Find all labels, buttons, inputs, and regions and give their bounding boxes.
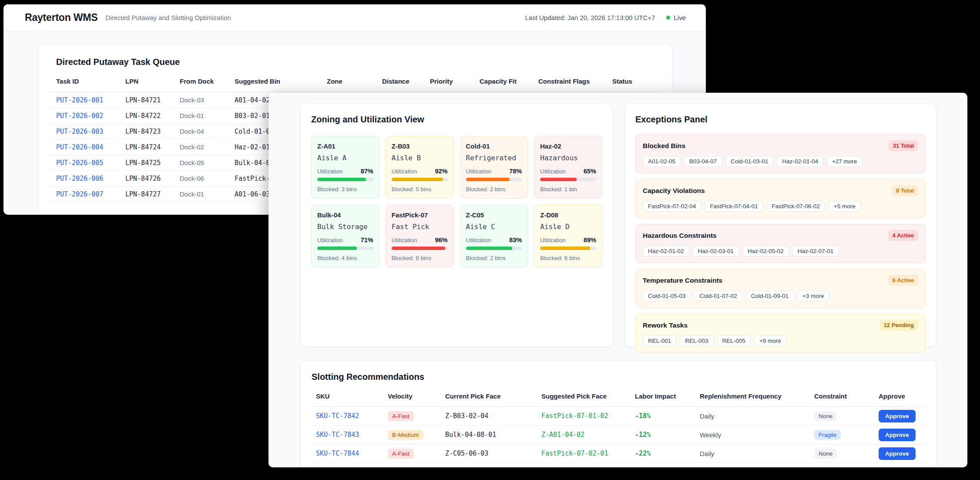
exception-section: Temperature Constraints6 ActiveCold-01-0…	[635, 269, 926, 308]
from-dock-cell: Dock-01	[180, 190, 235, 198]
more-chip[interactable]: +27 more	[827, 156, 862, 167]
task-id-link[interactable]: PUT-2026-005	[49, 159, 125, 167]
zone-name: Aisle B	[392, 154, 448, 162]
column-header: Velocity	[388, 392, 445, 400]
count-badge: 4 Active	[888, 230, 918, 241]
sku-link[interactable]: SKU-TC-7843	[311, 431, 388, 439]
utilization-row: Utilization87%	[317, 168, 373, 175]
utilization-row: Utilization89%	[540, 237, 596, 243]
utilization-value: 89%	[584, 237, 596, 243]
utilization-bar	[392, 178, 448, 181]
utilization-value: 83%	[509, 237, 522, 243]
task-id-link[interactable]: PUT-2026-001	[49, 96, 125, 104]
current-pick-face-cell: Z-C05-06-03	[445, 450, 541, 457]
approve-button[interactable]: Approve	[879, 429, 916, 441]
app-title: Rayterton WMS	[25, 12, 97, 24]
utilization-bar-fill	[466, 178, 510, 181]
lpn-cell: LPN-84727	[125, 190, 180, 198]
constraint-badge: Fragile	[814, 430, 841, 440]
exception-section-title: Hazardous Constraints	[643, 232, 717, 240]
live-label: Live	[674, 14, 686, 21]
bin-chip: FastPick-07-04-01	[705, 201, 763, 212]
slotting-recommendations-card: Slotting Recommendations SKUVelocityCurr…	[300, 360, 936, 467]
blocked-bins-label: Blocked: 6 bins	[540, 255, 596, 261]
exception-section-title: Capacity Violations	[643, 187, 705, 195]
lpn-cell: LPN-84723	[125, 128, 180, 135]
utilization-row: Utilization65%	[540, 168, 596, 175]
zone-tile-haz-02: Haz-02HazardousUtilization65%Blocked: 1 …	[534, 136, 602, 199]
task-id-link[interactable]: PUT-2026-007	[49, 190, 125, 198]
utilization-value: 71%	[361, 237, 373, 243]
approve-button[interactable]: Approve	[879, 447, 916, 460]
column-header: Capacity Fit	[480, 78, 538, 85]
live-dot-icon	[666, 16, 670, 20]
column-header: Labor Impact	[635, 392, 700, 400]
column-header: Constraint	[814, 392, 879, 400]
utilization-bar-fill	[317, 178, 366, 181]
bin-chip: Haz-02-07-01	[792, 246, 839, 257]
utilization-bar	[540, 247, 596, 250]
velocity-cell: B-Medium	[388, 430, 445, 440]
replenishment-frequency-cell: Daily	[700, 412, 814, 420]
task-id-link[interactable]: PUT-2026-002	[49, 112, 125, 120]
suggested-pick-face-cell: FastPick-07-01-02	[541, 412, 635, 420]
zoning-utilization-card: Zoning and Utilization View Z-A01Aisle A…	[300, 104, 613, 347]
bin-chip: Cold-01-03-01	[725, 156, 773, 167]
utilization-bar	[317, 178, 373, 181]
bin-chip: B03-04-07	[684, 156, 722, 167]
count-badge: 8 Total	[892, 185, 918, 196]
zoning-title: Zoning and Utilization View	[311, 115, 602, 125]
exception-section: Hazardous Constraints4 ActiveHaz-02-01-0…	[635, 224, 926, 263]
zone-code: Z-D08	[540, 211, 596, 219]
utilization-bar-fill	[392, 178, 443, 181]
velocity-badge: A-Fast	[388, 411, 414, 421]
zone-name: Aisle D	[540, 223, 596, 231]
more-chip[interactable]: +9 more	[754, 335, 786, 346]
zone-tile-cold-01: Cold-01RefrigeratedUtilization78%Blocked…	[460, 136, 528, 199]
velocity-cell: A-Fast	[388, 449, 445, 459]
exception-section: Blocked Bins31 TotalA01-02-05B03-04-07Co…	[635, 134, 926, 173]
more-chip[interactable]: +3 more	[797, 291, 829, 301]
sku-link[interactable]: SKU-TC-7844	[311, 450, 388, 457]
from-dock-cell: Dock-04	[180, 128, 235, 135]
zone-tile-bulk-04: Bulk-04Bulk StorageUtilization71%Blocked…	[311, 205, 379, 267]
header-right: Last Updated: Jan 20, 2026 17:13:00 UTC+…	[525, 14, 686, 21]
sku-link[interactable]: SKU-TC-7842	[311, 412, 388, 420]
utilization-row: Utilization71%	[317, 237, 373, 243]
task-id-link[interactable]: PUT-2026-006	[49, 175, 125, 183]
constraint-cell: Fragile	[814, 430, 879, 440]
utilization-row: Utilization83%	[466, 237, 522, 243]
exception-section-title: Rework Tasks	[643, 321, 688, 329]
bin-chip: Haz-02-01-02	[643, 246, 689, 257]
task-id-link[interactable]: PUT-2026-003	[49, 128, 125, 135]
from-dock-cell: Dock-01	[180, 112, 235, 119]
task-id-link[interactable]: PUT-2026-004	[49, 143, 125, 151]
table-row: SKU-TC-7843B-MediumBulk-04-08-01Z-A01-04…	[311, 426, 926, 444]
bin-chip: REL-001	[643, 335, 676, 346]
bin-chip: Haz-02-05-02	[742, 246, 789, 257]
utilization-bar-fill	[392, 247, 446, 250]
zone-tile-z-b03: Z-B03Aisle BUtilization92%Blocked: 5 bin…	[386, 136, 454, 199]
from-dock-cell: Dock-02	[180, 143, 235, 151]
zone-code: Z-C05	[466, 211, 522, 219]
more-chip[interactable]: +5 more	[829, 201, 861, 212]
slotting-title: Slotting Recommendations	[312, 372, 926, 382]
constraint-badge: None	[814, 449, 837, 459]
column-header: Constraint Flags	[538, 78, 612, 85]
from-dock-cell: Dock-06	[180, 175, 235, 182]
zone-name: Refrigerated	[466, 154, 522, 162]
column-header: Zone	[327, 78, 382, 85]
current-pick-face-cell: Bulk-04-08-01	[445, 431, 541, 439]
utilization-value: 65%	[584, 168, 596, 175]
bin-chip: FastPick-07-06-02	[767, 201, 825, 212]
utilization-label: Utilization	[540, 168, 566, 175]
lpn-cell: LPN-84726	[125, 175, 180, 183]
approve-button[interactable]: Approve	[879, 410, 916, 423]
utilization-row: Utilization92%	[392, 168, 448, 175]
last-updated-text: Last Updated: Jan 20, 2026 17:13:00 UTC+…	[525, 14, 655, 21]
replenishment-frequency-cell: Daily	[700, 450, 814, 457]
column-header: Status	[612, 78, 661, 85]
blocked-bins-label: Blocked: 4 bins	[317, 255, 373, 261]
utilization-bar-fill	[466, 247, 513, 250]
column-header: Priority	[430, 78, 480, 85]
